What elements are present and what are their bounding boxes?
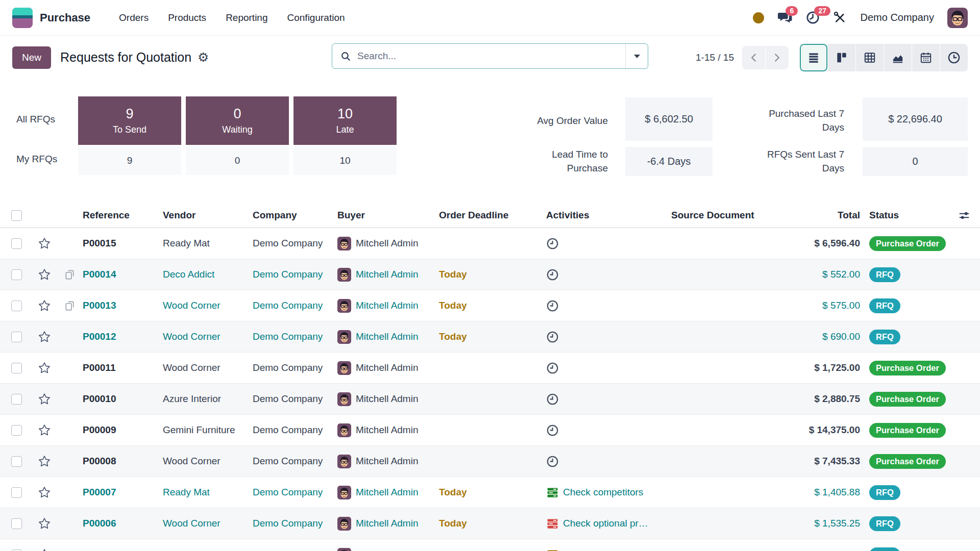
graph-view-button[interactable] [884, 44, 912, 71]
table-row[interactable]: P00007 Ready Mat Demo Company Mitchell A… [0, 477, 980, 508]
optional-columns-icon[interactable] [958, 209, 971, 225]
row-total: $ 14,375.00 [799, 424, 865, 436]
col-reference[interactable]: Reference [83, 210, 163, 221]
activity-clock-icon[interactable] [546, 393, 559, 406]
col-vendor[interactable]: Vendor [163, 210, 253, 221]
table-row[interactable]: P00006 Wood Corner Demo Company Mitchell… [0, 508, 980, 539]
star-icon[interactable] [38, 455, 51, 468]
row-buyer: Mitchell Admin [356, 269, 419, 280]
activity-label[interactable]: Check competitors [563, 487, 643, 498]
col-buyer[interactable]: Buyer [337, 210, 439, 221]
tile-waiting[interactable]: 0 Waiting [186, 96, 289, 145]
star-icon[interactable] [38, 237, 51, 250]
row-vendor: Wood Corner [163, 300, 253, 311]
buyer-avatar [337, 548, 351, 551]
table-row[interactable]: P00009 Gemini Furniture Demo Company Mit… [0, 415, 980, 446]
star-icon[interactable] [38, 330, 51, 343]
col-order-deadline[interactable]: Order Deadline [439, 210, 546, 221]
pager-next-button[interactable] [766, 46, 789, 69]
row-checkbox[interactable] [11, 487, 22, 498]
star-icon[interactable] [38, 268, 51, 281]
row-checkbox[interactable] [11, 238, 22, 249]
app-brand[interactable]: Purchase [12, 8, 90, 28]
row-checkbox[interactable] [11, 332, 22, 342]
company-switcher[interactable]: Demo Company [860, 12, 934, 23]
row-checkbox[interactable] [11, 518, 22, 529]
tile-late[interactable]: 10 Late [293, 96, 397, 145]
menu-configuration[interactable]: Configuration [287, 12, 345, 23]
activity-clock-icon[interactable] [546, 362, 559, 374]
activity-clock-icon[interactable] [546, 455, 559, 468]
activity-clock-icon[interactable] [546, 424, 559, 437]
messages-button[interactable]: 6 [777, 11, 793, 24]
star-icon[interactable] [38, 392, 51, 406]
table-row[interactable]: P00013 Wood Corner Demo Company Mitchell… [0, 290, 980, 321]
star-icon[interactable] [38, 361, 51, 374]
status-badge: Purchase Order [869, 361, 946, 375]
menu-reporting[interactable]: Reporting [226, 12, 267, 23]
table-row[interactable]: P00012 Wood Corner Demo Company Mitchell… [0, 321, 980, 353]
activity-clock-icon[interactable] [546, 331, 559, 343]
copy-icon [64, 269, 76, 281]
debug-tools-button[interactable] [833, 11, 847, 24]
my-to-send-cell[interactable]: 9 [78, 146, 181, 175]
my-late-cell[interactable]: 10 [293, 146, 397, 175]
row-buyer: Mitchell Admin [356, 487, 419, 498]
kanban-view-icon [835, 51, 848, 64]
activity-list-icon[interactable] [546, 548, 559, 551]
col-source-document[interactable]: Source Document [671, 210, 799, 221]
row-vendor: Wood Corner [163, 456, 253, 467]
menu-orders[interactable]: Orders [119, 12, 149, 23]
row-checkbox[interactable] [11, 549, 22, 551]
row-reference: P00010 [83, 393, 163, 405]
star-icon[interactable] [38, 299, 51, 312]
activity-clock-icon[interactable] [546, 299, 559, 312]
activity-clock-icon[interactable] [546, 268, 559, 281]
col-company[interactable]: Company [253, 210, 337, 221]
menu-products[interactable]: Products [168, 12, 206, 23]
col-total[interactable]: Total [799, 210, 865, 221]
table-row[interactable]: P00011 Wood Corner Demo Company Mitchell… [0, 353, 980, 384]
row-checkbox[interactable] [11, 394, 22, 405]
table-row[interactable]: P00010 Azure Interior Demo Company Mitch… [0, 384, 980, 415]
select-all-checkbox[interactable] [11, 210, 22, 221]
row-checkbox[interactable] [11, 425, 22, 436]
table-row[interactable]: P00008 Wood Corner Demo Company Mitchell… [0, 446, 980, 477]
row-deadline: Today [439, 487, 546, 498]
user-avatar[interactable] [947, 8, 968, 28]
table-row[interactable]: P00014 Deco Addict Demo Company Mitchell… [0, 259, 980, 290]
gear-icon[interactable]: ⚙ [198, 51, 209, 64]
tile-to-send[interactable]: 9 To Send [78, 96, 181, 145]
buyer-avatar [337, 299, 351, 313]
top-navbar: Purchase Orders Products Reporting Confi… [0, 0, 980, 36]
my-waiting-cell[interactable]: 0 [186, 146, 289, 175]
search-input[interactable] [357, 51, 625, 62]
calendar-view-button[interactable] [912, 44, 940, 71]
table-row[interactable]: P00015 Ready Mat Demo Company Mitchell A… [0, 228, 980, 259]
star-icon[interactable] [38, 423, 51, 437]
activity-label[interactable]: Check optional pr… [563, 518, 648, 529]
row-checkbox[interactable] [11, 456, 22, 467]
list-view-button[interactable] [800, 44, 827, 71]
activities-button[interactable]: 27 [806, 11, 820, 24]
pivot-view-button[interactable] [856, 44, 884, 71]
col-activities[interactable]: Activities [546, 210, 671, 221]
star-icon[interactable] [38, 486, 51, 499]
row-checkbox[interactable] [11, 300, 22, 311]
star-icon[interactable] [38, 548, 51, 551]
row-reference: P00006 [83, 518, 163, 529]
table-row[interactable]: RFQ [0, 539, 980, 551]
row-vendor: Deco Addict [163, 269, 253, 280]
new-button[interactable]: New [12, 46, 51, 69]
status-indicator-icon[interactable] [753, 12, 764, 23]
row-checkbox[interactable] [11, 363, 22, 373]
activity-view-button[interactable] [940, 44, 968, 71]
search-dropdown-toggle[interactable] [625, 44, 648, 68]
activity-clock-icon[interactable] [546, 237, 559, 250]
row-checkbox[interactable] [11, 269, 22, 280]
star-icon[interactable] [38, 517, 51, 530]
kanban-view-button[interactable] [828, 44, 855, 71]
pager-previous-button[interactable] [742, 46, 765, 69]
activity-list-icon[interactable] [546, 517, 559, 530]
activity-list-icon[interactable] [546, 486, 559, 499]
